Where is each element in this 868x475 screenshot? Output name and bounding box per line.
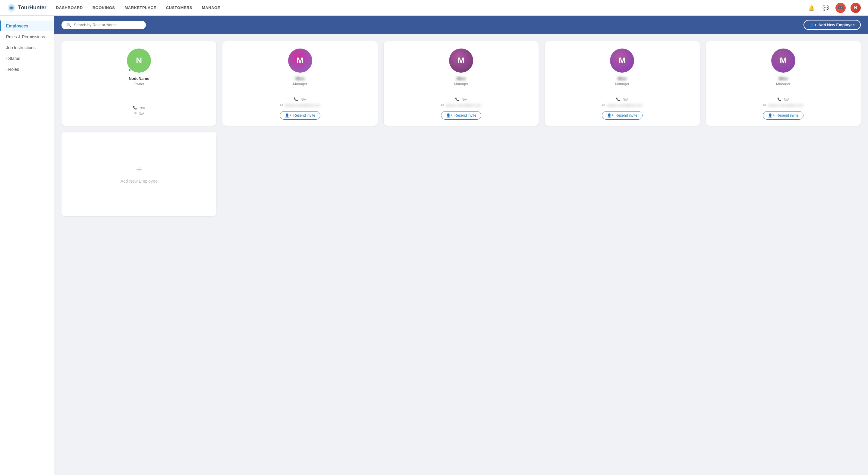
employee-info-5: 📞 N/A ✉ always.name@test.com <box>711 97 856 107</box>
employee-role-4: Manager <box>615 82 629 86</box>
phone-icon-1: 📞 <box>133 106 137 110</box>
employee-name-4: Mico <box>618 76 627 81</box>
avatar-5: M <box>771 49 795 73</box>
employee-card-3[interactable]: M Mico Manager 📞 N/A ✉ always.name@test.… <box>384 41 538 126</box>
search-input[interactable] <box>74 23 141 27</box>
sidebar: Employees Roles & Permissions Job Instru… <box>0 16 54 475</box>
resend-icon-2: 👤+ <box>285 113 291 118</box>
employee-card-2[interactable]: M Mico Manager 📞 N/A ✉ always.name@test.… <box>222 41 377 126</box>
search-icon: 🔍 <box>66 23 71 27</box>
main-content: N NodeName Owner 📞 N/A ✉ N/A <box>54 34 868 475</box>
email-icon-4: ✉ <box>602 103 604 107</box>
email-value-4: always.name@test.com <box>607 103 642 107</box>
resend-invite-button-4[interactable]: 👤+ Resend invite <box>602 111 643 120</box>
nav-manage[interactable]: MANAGE <box>202 5 220 10</box>
chevron-icon-roles: › <box>6 68 7 71</box>
app-body: Employees Roles & Permissions Job Instru… <box>0 16 868 475</box>
chat-button[interactable]: 💬 <box>821 3 831 13</box>
phone-row-1: 📞 N/A <box>66 106 212 110</box>
avatar-1: N <box>127 49 151 73</box>
email-icon-1: ✉ <box>134 112 136 116</box>
sidebar-item-status[interactable]: › Status <box>0 53 54 64</box>
user-avatar[interactable]: N <box>850 3 861 13</box>
second-row: + Add New Employee <box>61 132 861 216</box>
nav-right: 🔔 💬 🎮 N <box>807 3 861 13</box>
phone-value-4: N/A <box>623 98 628 101</box>
online-dot-1 <box>128 68 131 71</box>
resend-label-3: Resend invite <box>455 113 476 118</box>
avatar-4: M <box>610 49 634 73</box>
email-icon-3: ✉ <box>441 103 444 107</box>
phone-value-3: N/A <box>462 98 467 101</box>
resend-invite-button-2[interactable]: 👤+ Resend invite <box>280 111 320 120</box>
employee-info-3: 📞 N/A ✉ always.name@test.com <box>389 97 534 107</box>
phone-row-4: 📞 N/A <box>550 97 695 101</box>
employees-grid: N NodeName Owner 📞 N/A ✉ N/A <box>61 41 861 126</box>
svg-point-2 <box>10 7 13 9</box>
logo[interactable]: TourHunter <box>7 4 46 12</box>
nav-dashboard[interactable]: DASHBOARD <box>56 5 83 10</box>
game-icon[interactable]: 🎮 <box>835 3 846 13</box>
email-value-1: N/A <box>139 112 144 116</box>
nav-links: DASHBOARD BOOKINGS MARKETPLACE CUSTOMERS… <box>56 5 807 10</box>
nav-customers[interactable]: CUSTOMERS <box>166 5 192 10</box>
logo-icon <box>7 4 16 12</box>
resend-label-2: Resend invite <box>293 113 315 118</box>
phone-icon-5: 📞 <box>777 97 781 101</box>
chevron-icon-status: › <box>6 57 7 60</box>
nav-bookings[interactable]: BOOKINGS <box>93 5 115 10</box>
employee-name-3: Mico <box>457 76 466 81</box>
add-new-employee-label: Add New Employee <box>121 179 158 184</box>
sidebar-label-job-instructions: Job Instructions <box>6 45 36 50</box>
sidebar-item-employees[interactable]: Employees <box>0 21 54 31</box>
resend-label-4: Resend invite <box>615 113 638 118</box>
avatar-2: M <box>288 49 312 73</box>
add-person-icon: 👤+ <box>809 23 817 27</box>
phone-icon-2: 📞 <box>294 97 298 101</box>
employee-role-5: Manager <box>776 82 790 86</box>
email-row-5: ✉ always.name@test.com <box>711 103 856 107</box>
email-row-4: ✉ always.name@test.com <box>550 103 695 107</box>
email-value-3: always.name@test.com <box>446 103 481 107</box>
phone-row-5: 📞 N/A <box>711 97 856 101</box>
add-new-employee-card[interactable]: + Add New Employee <box>61 132 216 216</box>
employee-info-1: 📞 N/A ✉ N/A <box>66 106 212 116</box>
employee-role-2: Manager <box>293 82 307 86</box>
avatar-3: M <box>449 49 473 73</box>
add-employee-button[interactable]: 👤+ Add New Employee <box>804 20 861 30</box>
logo-text: TourHunter <box>18 4 46 11</box>
phone-row-2: 📞 N/A <box>227 97 373 101</box>
plus-icon: + <box>136 164 142 175</box>
employee-name-2: Mico <box>296 76 305 81</box>
email-row-2: ✉ always.name@test.com <box>227 103 373 107</box>
sidebar-item-roles-permissions[interactable]: Roles & Permissions <box>0 31 54 42</box>
email-value-5: always.name@test.com <box>768 103 804 107</box>
employee-card-1[interactable]: N NodeName Owner 📞 N/A ✉ N/A <box>61 41 216 126</box>
sidebar-item-job-instructions[interactable]: Job Instructions <box>0 42 54 53</box>
sub-header: 🔍 👤+ Add New Employee <box>54 16 868 34</box>
employee-card-5[interactable]: M Mico Manager 📞 N/A ✉ always.name@test.… <box>706 41 861 126</box>
sidebar-label-status: Status <box>8 56 20 61</box>
resend-icon-5: 👤+ <box>768 113 775 118</box>
employee-name-1: NodeName <box>129 76 149 81</box>
sidebar-item-roles[interactable]: › Roles <box>0 64 54 75</box>
top-nav: TourHunter DASHBOARD BOOKINGS MARKETPLAC… <box>0 0 868 16</box>
nav-marketplace[interactable]: MARKETPLACE <box>124 5 156 10</box>
search-box[interactable]: 🔍 <box>61 21 146 29</box>
employee-name-5: Mico <box>779 76 788 81</box>
resend-icon-3: 👤+ <box>446 113 453 118</box>
employee-info-4: 📞 N/A ✉ always.name@test.com <box>550 97 695 107</box>
phone-icon-3: 📞 <box>455 97 459 101</box>
notification-button[interactable]: 🔔 <box>807 3 816 13</box>
phone-icon-4: 📞 <box>616 97 620 101</box>
email-value-2: always.name@test.com <box>285 103 320 107</box>
add-employee-label: Add New Employee <box>818 23 855 27</box>
email-row-1: ✉ N/A <box>66 112 212 116</box>
resend-invite-button-3[interactable]: 👤+ Resend invite <box>441 111 482 120</box>
sidebar-label-roles: Roles <box>8 67 19 72</box>
employee-card-4[interactable]: M Mico Manager 📞 N/A ✉ always.name@test.… <box>545 41 700 126</box>
sidebar-label-employees: Employees <box>6 24 28 28</box>
phone-value-2: N/A <box>301 98 306 101</box>
phone-value-5: N/A <box>784 98 789 101</box>
resend-invite-button-5[interactable]: 👤+ Resend invite <box>763 111 804 120</box>
